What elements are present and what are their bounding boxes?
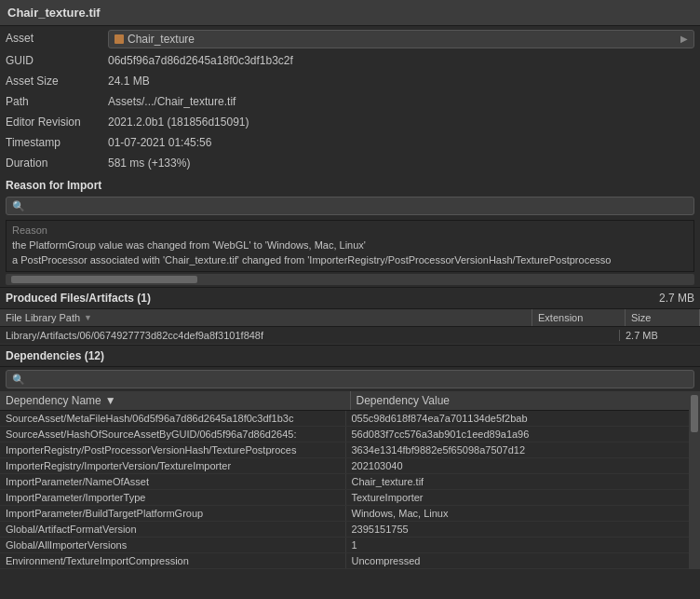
reason-scrollbar[interactable] (6, 274, 694, 285)
path-sort-icon: ▼ (84, 313, 92, 322)
dep-search-box[interactable]: 🔍 (6, 370, 694, 388)
dep-row-6: ImportParameter/BuildTargetPlatformGroup… (0, 506, 700, 522)
dep-col-name-header: Dependency Name ▼ (0, 391, 351, 410)
produced-file-row-0: Library/Artifacts/06/0674927773d82cc4def… (0, 327, 700, 345)
dep-cell-value-6: Windows, Mac, Linux (346, 506, 701, 521)
col-path-header: File Library Path ▼ (0, 309, 532, 326)
dep-cell-name-1: SourceAsset/HashOfSourceAssetByGUID/06d5… (0, 427, 346, 442)
dep-row-3: ImporterRegistry/ImporterVersion/Texture… (0, 458, 700, 474)
asset-size-row: Asset Size 24.1 MB (0, 71, 700, 91)
reason-line2: a PostProcessor associated with 'Chair_t… (12, 252, 688, 267)
dep-row-9: Environment/TextureImportCompression Unc… (0, 553, 700, 569)
col-size-header: Size (626, 309, 700, 326)
reason-section: Reason for Import 🔍 Reason the PlatformG… (0, 175, 700, 285)
info-section: Asset Chair_texture ▶ GUID 06d5f96a7d86d… (0, 26, 700, 175)
duration-label: Duration (6, 155, 108, 171)
reason-search-wrapper: 🔍 (0, 194, 700, 218)
reason-line1: the PlatformGroup value was changed from… (12, 238, 688, 252)
dep-name-sort-icon: ▼ (105, 394, 116, 407)
dep-row-8: Global/AllImporterVersions 1 (0, 538, 700, 553)
dep-table-wrapper: Dependency Name ▼ Dependency Value Sourc… (0, 391, 700, 569)
dep-cell-value-0: 055c98d618f874ea7a701134de5f2bab (346, 411, 701, 426)
reason-search-icon: 🔍 (12, 200, 25, 212)
dep-cell-value-7: 2395151755 (346, 522, 701, 537)
asset-size-value: 24.1 MB (108, 73, 694, 89)
dependencies-title: Dependencies (12) (6, 349, 104, 362)
dep-rows-container: SourceAsset/MetaFileHash/06d5f96a7d86d26… (0, 411, 700, 569)
dep-cell-value-4: Chair_texture.tif (346, 474, 701, 489)
reason-box: Reason the PlatformGroup value was chang… (6, 220, 694, 272)
dep-row-4: ImportParameter/NameOfAsset Chair_textur… (0, 474, 700, 490)
guid-label: GUID (6, 52, 108, 69)
dep-row-1: SourceAsset/HashOfSourceAssetByGUID/06d5… (0, 427, 700, 442)
dep-cell-name-6: ImportParameter/BuildTargetPlatformGroup (0, 506, 346, 521)
dependencies-header: Dependencies (12) (0, 345, 700, 367)
dep-cell-name-9: Environment/TextureImportCompression (0, 553, 346, 568)
timestamp-value: 01-07-2021 01:45:56 (108, 134, 694, 151)
asset-row: Asset Chair_texture ▶ (0, 28, 700, 50)
dep-cell-value-5: TextureImporter (346, 490, 701, 505)
dep-row-2: ImporterRegistry/PostProcessorVersionHas… (0, 442, 700, 458)
dep-cell-value-8: 1 (346, 538, 701, 552)
dep-cell-name-7: Global/ArtifactFormatVersion (0, 522, 346, 537)
dep-cell-name-0: SourceAsset/MetaFileHash/06d5f96a7d86d26… (0, 411, 346, 426)
guid-row: GUID 06d5f96a7d86d2645a18f0c3df1b3c2f (0, 50, 700, 71)
duration-value: 581 ms (+133%) (108, 155, 694, 171)
path-row: Path Assets/.../Chair_texture.tif (0, 91, 700, 112)
editor-revision-label: Editor Revision (6, 114, 108, 130)
dep-cell-name-3: ImporterRegistry/ImporterVersion/Texture… (0, 458, 346, 473)
reason-search-box[interactable]: 🔍 (6, 197, 694, 215)
produced-files-header: Produced Files/Artifacts (1) 2.7 MB (0, 287, 700, 309)
asset-dot-icon (114, 34, 124, 44)
dep-row-0: SourceAsset/MetaFileHash/06d5f96a7d86d26… (0, 411, 700, 427)
dep-cell-name-2: ImporterRegistry/PostProcessorVersionHas… (0, 442, 346, 457)
asset-field[interactable]: Chair_texture ▶ (108, 30, 694, 48)
asset-label: Asset (6, 30, 108, 48)
dep-cell-value-2: 3634e1314fbf9882e5f65098a7507d12 (346, 442, 701, 457)
dep-vscrollbar[interactable] (689, 391, 700, 569)
dep-col-value-header: Dependency Value (351, 391, 701, 410)
asset-arrow-icon: ▶ (680, 31, 688, 48)
asset-size-label: Asset Size (6, 73, 108, 89)
dep-cell-name-8: Global/AllImporterVersions (0, 538, 346, 552)
dep-table-header: Dependency Name ▼ Dependency Value (0, 391, 700, 411)
timestamp-row: Timestamp 01-07-2021 01:45:56 (0, 132, 700, 153)
produced-files-table-header: File Library Path ▼ Extension Size (0, 309, 700, 327)
dep-row-7: Global/ArtifactFormatVersion 2395151755 (0, 522, 700, 538)
dep-cell-value-1: 56d083f7cc576a3ab901c1eed89a1a96 (346, 427, 701, 442)
dep-cell-value-9: Uncompressed (346, 553, 701, 568)
dep-cell-value-3: 202103040 (346, 458, 701, 473)
editor-revision-row: Editor Revision 2021.2.0b1 (181856d15091… (0, 112, 700, 132)
produced-files-total-size: 2.7 MB (659, 292, 694, 305)
path-label: Path (6, 93, 108, 110)
asset-name: Chair_texture (128, 31, 195, 48)
dep-search-icon: 🔍 (12, 374, 25, 386)
reason-scrollbar-thumb (11, 276, 197, 283)
dep-search-wrapper: 🔍 (0, 367, 700, 391)
dep-cell-name-4: ImportParameter/NameOfAsset (0, 474, 346, 489)
title-bar: Chair_texture.tif (0, 0, 700, 26)
dep-vscrollbar-thumb (691, 395, 698, 432)
col-ext-header: Extension (532, 309, 626, 326)
produced-file-size-0: 2.7 MB (620, 330, 694, 341)
path-value: Assets/.../Chair_texture.tif (108, 93, 694, 110)
timestamp-label: Timestamp (6, 134, 108, 151)
produced-files-section: Produced Files/Artifacts (1) 2.7 MB File… (0, 287, 700, 345)
dependencies-section: Dependencies (12) 🔍 Dependency Name ▼ De… (0, 345, 700, 569)
produced-files-title: Produced Files/Artifacts (1) (6, 292, 151, 305)
reason-header: Reason (12, 225, 688, 236)
window-title: Chair_texture.tif (7, 6, 101, 20)
editor-revision-value: 2021.2.0b1 (181856d15091) (108, 114, 694, 130)
produced-file-path-0: Library/Artifacts/06/0674927773d82cc4def… (6, 330, 527, 341)
reason-section-title: Reason for Import (0, 175, 700, 194)
guid-value: 06d5f96a7d86d2645a18f0c3df1b3c2f (108, 52, 694, 69)
duration-row: Duration 581 ms (+133%) (0, 153, 700, 173)
dep-cell-name-5: ImportParameter/ImporterType (0, 490, 346, 505)
dep-row-5: ImportParameter/ImporterType TextureImpo… (0, 490, 700, 506)
produced-file-ext-0 (527, 330, 620, 341)
